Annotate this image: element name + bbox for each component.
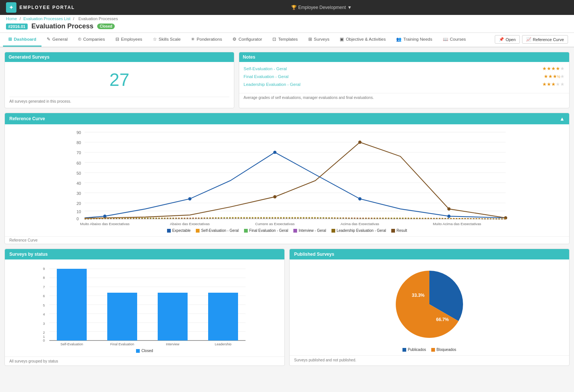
breadcrumb: Home / Evaluation Processes List / Evalu…: [6, 16, 568, 21]
edit-icon: ✎: [47, 37, 50, 42]
svg-text:4: 4: [43, 312, 45, 316]
collapse-toggle[interactable]: ▲: [559, 116, 565, 122]
surveys-by-status-footer: All surveys grouped by status: [5, 357, 284, 365]
tab-employees[interactable]: ⊟ Employees: [110, 33, 148, 47]
generated-surveys-footer: All surveys generated in this process.: [9, 97, 229, 103]
legend-color-interview: [293, 229, 297, 233]
svg-text:1: 1: [43, 335, 45, 339]
top-nav-center: 🏆 Employee Development ▼: [75, 5, 568, 10]
top-nav: ✦ EMPLOYEE PORTAL 🏆 Employee Development…: [0, 0, 574, 15]
svg-text:0: 0: [43, 339, 45, 342]
svg-text:80: 80: [77, 140, 81, 145]
svg-text:60: 60: [77, 161, 81, 165]
published-surveys-header: Published Surveys: [290, 249, 569, 259]
svg-text:90: 90: [77, 130, 81, 135]
trophy-icon: 🏆: [291, 5, 297, 10]
svg-text:Leadership: Leadership: [215, 342, 232, 345]
legend-self-eval: Self-Evaluation - Geral: [196, 228, 239, 233]
notes-footer: Average grades of self evaluations, mana…: [239, 93, 569, 102]
logo-icon: ✦: [6, 2, 16, 13]
svg-text:Muito Abaixo das Expectativas: Muito Abaixo das Expectativas: [80, 222, 129, 225]
top-right-buttons: 📌 Open 📈 Reference Curve: [495, 35, 568, 44]
svg-text:Cumpre as Expectativas: Cumpre as Expectativas: [255, 222, 295, 225]
page-title: Evaluation Process: [31, 22, 93, 30]
tab-training-needs[interactable]: 👥 Training Needs: [391, 33, 438, 47]
surveys-by-status-panel: Surveys by status 9 8 7 6 5 4 3 2 1 0: [4, 249, 285, 366]
surveys-by-status-legend: Closed: [9, 349, 281, 353]
breadcrumb-home[interactable]: Home: [6, 16, 17, 21]
tab-objectives[interactable]: ▣ Objective & Activities: [334, 33, 391, 47]
courses-icon: 📖: [443, 37, 448, 42]
legend-final-eval: Final Evaluation - Geral: [244, 228, 288, 233]
svg-text:8: 8: [43, 276, 45, 280]
bar-self-eval: [57, 269, 87, 340]
tab-templates[interactable]: ⊡ Templates: [267, 33, 303, 47]
svg-text:Abaixo das Expectativas: Abaixo das Expectativas: [170, 222, 210, 225]
tab-bar: ⊞ Dashboard ✎ General © Companies ⊟ Empl…: [0, 33, 574, 47]
legend-result: Result: [391, 228, 407, 233]
breadcrumb-current: Evaluation Processes: [78, 16, 118, 21]
tab-courses[interactable]: 📖 Courses: [438, 33, 471, 47]
svg-text:Interview: Interview: [166, 342, 180, 345]
dropdown-arrow: ▼: [347, 5, 352, 10]
table-icon: ⊟: [115, 37, 119, 42]
employee-development-menu[interactable]: 🏆 Employee Development ▼: [287, 5, 356, 10]
published-surveys-chart: 33.3% 66.7%: [377, 263, 482, 345]
breadcrumb-list[interactable]: Evaluation Processes List: [24, 16, 71, 21]
notes-stars-1: ★★★★★: [542, 66, 565, 71]
gear-icon: ⚙: [232, 37, 237, 42]
objectives-icon: ▣: [340, 37, 344, 42]
bar-final-eval: [107, 293, 137, 340]
svg-text:20: 20: [77, 201, 81, 206]
svg-text:30: 30: [77, 191, 81, 196]
svg-text:Acima das Expectativas: Acima das Expectativas: [340, 222, 379, 225]
tab-companies[interactable]: © Companies: [73, 33, 110, 46]
notes-label-3: Leadership Evaluation - Geral: [244, 82, 300, 87]
legend-color-leadership: [331, 229, 335, 233]
svg-text:0: 0: [77, 217, 79, 221]
reference-curve-footer-label: Reference Curve: [5, 236, 569, 244]
notes-label-1: Self-Evaluation - Geral: [244, 66, 287, 71]
legend-publicados: Publicados: [402, 348, 426, 352]
tab-dashboard[interactable]: ⊞ Dashboard: [3, 33, 41, 47]
legend-color-expectable: [167, 229, 171, 233]
published-surveys-panel: Published Surveys 33.3% 66.7%: [289, 249, 570, 366]
surveys-by-status-header: Surveys by status: [5, 249, 284, 259]
generated-surveys-count: 27: [9, 66, 229, 94]
legend-color-bloqueados: [431, 348, 435, 352]
legend-bloqueados: Bloqueados: [431, 348, 456, 352]
legend-interview: Interview - Geral: [293, 228, 326, 233]
tab-general[interactable]: ✎ General: [41, 33, 73, 47]
tab-configurator[interactable]: ⚙ Configurator: [227, 33, 267, 47]
notes-card: Notes Self-Evaluation - Geral ★★★★★ Fina…: [239, 52, 570, 108]
svg-text:33.3%: 33.3%: [412, 293, 425, 298]
process-id-badge: #2016.01: [6, 24, 28, 29]
generated-surveys-header: Generated Surveys: [5, 52, 234, 62]
legend-color-final-eval: [244, 229, 248, 233]
tab-skills-scale[interactable]: ☆ Skills Scale: [148, 33, 186, 47]
notes-stars-2: ★★★½★: [544, 74, 565, 79]
tab-surveys[interactable]: ⊞ Surveys: [303, 33, 335, 47]
open-button[interactable]: 📌 Open: [495, 35, 520, 44]
legend-leadership: Leadership Evaluation - Geral: [331, 228, 386, 233]
svg-text:6: 6: [43, 294, 45, 298]
svg-point-29: [103, 215, 107, 218]
svg-point-33: [447, 207, 451, 211]
notes-stars-3: ★★★★★: [542, 81, 565, 87]
svg-point-32: [273, 195, 277, 199]
svg-text:10: 10: [77, 209, 81, 214]
legend-expectable: Expectable: [167, 228, 191, 233]
reference-curve-button[interactable]: 📈 Reference Curve: [522, 35, 568, 44]
surveys-by-status-body: 9 8 7 6 5 4 3 2 1 0: [5, 259, 284, 357]
legend-color-result: [391, 229, 395, 233]
cards-row: Generated Surveys 27 All surveys generat…: [4, 52, 570, 108]
legend-color-closed: [136, 349, 140, 353]
open-icon: 📌: [499, 37, 504, 42]
svg-point-28: [358, 197, 362, 200]
star-icon: ☆: [153, 37, 157, 42]
page-title-row: #2016.01 Evaluation Process Closed: [6, 21, 568, 32]
reference-curve-header: Reference Curve ▲: [5, 113, 569, 124]
training-icon: 👥: [396, 37, 401, 42]
tab-ponderations[interactable]: ✳ Ponderations: [186, 33, 227, 47]
reference-curve-body: 90 80 70 60 50 40 30 20 10 0: [5, 124, 569, 236]
